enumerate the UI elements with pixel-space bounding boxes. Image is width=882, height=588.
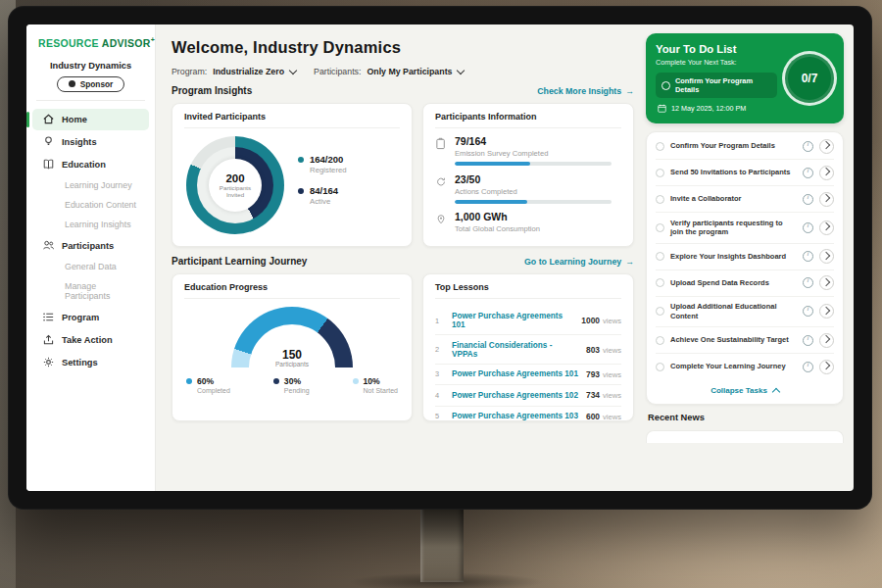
info-row: 23/50 Actions Completed (435, 174, 621, 204)
invited-donut-chart: 200 Participants Invited (186, 136, 284, 234)
sidebar-item-education[interactable]: Education (32, 154, 149, 175)
legend-dot (298, 188, 304, 194)
chevron-right-button[interactable] (819, 249, 834, 264)
sidebar-item-program[interactable]: Program (32, 307, 149, 328)
recent-news-card (646, 430, 844, 443)
sidebar-item-label: Program (62, 313, 99, 322)
checkbox-icon[interactable] (656, 252, 664, 261)
lesson-link[interactable]: Power Purchase Agreements 103 (452, 412, 578, 420)
checkbox-icon[interactable] (656, 195, 664, 204)
sidebar-item-home[interactable]: Home (32, 109, 149, 130)
education-gauge-chart: 150 Participants (231, 307, 353, 368)
chevron-right-button[interactable] (819, 275, 834, 290)
lesson-link[interactable]: Power Purchase Agreements 102 (452, 391, 578, 400)
arrow-right-icon: → (625, 257, 634, 267)
go-to-learning-journey-link[interactable]: Go to Learning Journey → (524, 257, 634, 267)
checkbox-icon[interactable] (656, 336, 664, 345)
lesson-rank: 5 (435, 412, 444, 420)
monitor-bezel: RESOURCE ADVISOR+ Industry Dynamics Spon… (8, 6, 872, 510)
legend-value: 10% (364, 376, 380, 386)
info-icon[interactable] (803, 168, 813, 178)
info-icon[interactable] (803, 194, 813, 205)
next-task[interactable]: Confirm Your Program Details (656, 73, 777, 98)
due-date: 12 May 2025, 12:00 PM (671, 104, 746, 113)
chevron-right-button[interactable] (819, 220, 834, 235)
chevron-right-icon (821, 362, 829, 369)
sidebar-item-take-action[interactable]: Take Action (32, 329, 149, 351)
todo-task[interactable]: Complete Your Learning Journey (656, 354, 834, 379)
lesson-link[interactable]: Financial Considerations - VPPAs (452, 341, 578, 359)
lesson-link[interactable]: Power Purchase Agreements 101 (452, 369, 578, 378)
dashboard-screen: RESOURCE ADVISOR+ Industry Dynamics Spon… (26, 24, 854, 491)
lesson-views-suffix: views (603, 391, 621, 400)
sidebar-item-insights[interactable]: Insights (32, 131, 149, 153)
checkbox-icon[interactable] (662, 81, 670, 90)
chevron-right-button[interactable] (819, 192, 834, 207)
todo-task[interactable]: Explore Your Insights Dashboard (656, 244, 834, 270)
todo-task[interactable]: Send 50 Invitations to Participants (656, 160, 834, 186)
list-icon (42, 311, 55, 323)
gauge-legend: 60% Completed 30% Pending 10% Not Starte… (184, 376, 400, 394)
donut-center: 200 Participants Invited (209, 159, 262, 212)
page-title: Welcome, Industry Dynamics (172, 38, 634, 57)
sidebar-item-learning-insights[interactable]: Learning Insights (32, 216, 149, 234)
lesson-views-suffix: views (603, 346, 621, 355)
progress-fill (455, 162, 530, 166)
todo-panel: Your To Do List Complete Your Next Task:… (646, 33, 844, 123)
info-icon[interactable] (803, 251, 813, 262)
info-icon[interactable] (803, 141, 813, 152)
checkbox-icon[interactable] (656, 169, 664, 177)
gauge-center: 150 Participants (231, 349, 353, 368)
program-select[interactable]: Industrialize Zero (213, 67, 296, 76)
collapse-tasks-link[interactable]: Collapse Tasks (656, 379, 834, 403)
todo-task[interactable]: Upload Spend Data Records (656, 270, 834, 297)
chevron-right-button[interactable] (819, 304, 834, 318)
checkbox-icon[interactable] (656, 223, 664, 232)
checkbox-icon[interactable] (656, 307, 664, 316)
sponsor-badge[interactable]: Sponsor (57, 76, 125, 92)
stat-label: Total Global Consumption (455, 224, 540, 233)
todo-task[interactable]: Achieve One Sustainability Target (656, 327, 834, 354)
sidebar-item-settings[interactable]: Settings (32, 352, 149, 373)
todo-progress-count: 0/7 (802, 72, 818, 85)
legend-item: 84/164 Active (298, 185, 347, 206)
todo-task[interactable]: Confirm Your Program Details (656, 133, 834, 160)
chevron-right-icon (821, 141, 829, 149)
checkbox-icon[interactable] (656, 278, 664, 287)
sidebar-item-participants[interactable]: Participants (32, 235, 149, 257)
todo-task[interactable]: Upload Additional Educational Content (656, 297, 834, 328)
chevron-right-button[interactable] (819, 166, 834, 180)
education-progress-card: Education Progress 150 Participants 60 (172, 273, 413, 421)
checkbox-icon[interactable] (656, 363, 664, 371)
sidebar-item-manage-participants[interactable]: Manage Participants (32, 277, 149, 306)
donut-center-label: Participants Invited (214, 184, 257, 199)
participants-information-card: Participants Information 79/164 Emission… (422, 103, 634, 247)
info-icon[interactable] (803, 222, 813, 233)
chevron-right-button[interactable] (819, 139, 834, 154)
participants-select[interactable]: Only My Participants (367, 67, 464, 76)
upload-icon (42, 333, 55, 346)
lesson-views: 803 (586, 345, 600, 355)
lesson-link[interactable]: Power Purchase Agreements 101 (452, 312, 573, 329)
lesson-views-suffix: views (603, 413, 621, 421)
sidebar-item-learning-journey[interactable]: Learning Journey (32, 176, 149, 195)
sidebar-item-education-content[interactable]: Education Content (32, 196, 149, 215)
chevron-right-button[interactable] (819, 360, 834, 374)
chevron-right-button[interactable] (819, 333, 834, 348)
sidebar-item-label: Home (62, 115, 87, 124)
info-icon[interactable] (803, 335, 813, 346)
sidebar: RESOURCE ADVISOR+ Industry Dynamics Spon… (26, 24, 156, 491)
checkbox-icon[interactable] (656, 142, 664, 151)
sidebar-item-general-data[interactable]: General Data (32, 258, 149, 276)
sidebar-nav: Home Insights Education Learning Journey (26, 109, 155, 373)
info-icon[interactable] (803, 277, 813, 288)
todo-task[interactable]: Invite a Collaborator (656, 186, 834, 213)
gear-icon (42, 356, 55, 368)
todo-task[interactable]: Verify participants requesting to join t… (656, 213, 834, 244)
section-title: Participant Learning Journey (172, 256, 307, 267)
info-icon[interactable] (803, 306, 813, 317)
info-icon[interactable] (803, 362, 813, 372)
book-icon (42, 158, 55, 171)
lesson-rank: 1 (435, 317, 444, 325)
check-more-insights-link[interactable]: Check More Insights → (537, 86, 634, 96)
